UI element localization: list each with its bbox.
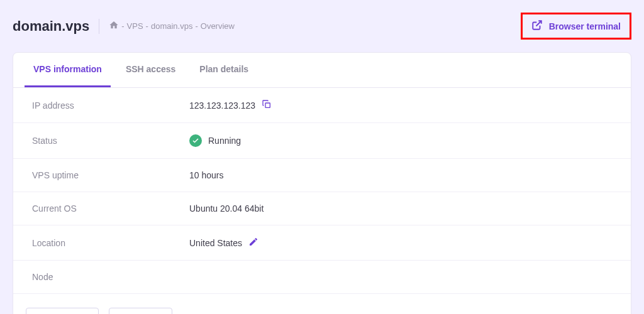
info-value: United States	[189, 237, 258, 249]
copy-icon[interactable]	[262, 99, 272, 111]
info-row-location: Location United States	[13, 225, 631, 261]
info-label: Location	[32, 238, 189, 248]
info-label: Status	[32, 136, 189, 146]
info-label: VPS uptime	[32, 170, 189, 180]
svg-rect-1	[265, 103, 270, 107]
home-icon	[109, 20, 119, 32]
tabs: VPS information SSH access Plan details	[13, 53, 631, 88]
page-header: domain.vps - VPS - domain.vps - Overview…	[13, 13, 631, 40]
breadcrumb-item: domain.vps	[151, 21, 192, 31]
tab-vps-information[interactable]: VPS information	[25, 53, 111, 87]
os-value: Ubuntu 20.04 64bit	[189, 203, 264, 214]
breadcrumb-sep: -	[146, 21, 148, 31]
breadcrumb-sep: -	[121, 21, 124, 31]
check-circle-icon	[189, 134, 202, 147]
info-value: Ubuntu 20.04 64bit	[189, 203, 264, 214]
info-row-status: Status Running	[13, 123, 631, 159]
status-value: Running	[208, 136, 241, 146]
vps-card: VPS information SSH access Plan details …	[13, 52, 631, 314]
breadcrumb-item: Overview	[201, 21, 235, 31]
info-label: IP address	[32, 100, 189, 111]
divider	[99, 19, 99, 34]
breadcrumb-sep: -	[195, 21, 197, 31]
breadcrumb-item: VPS	[127, 21, 143, 31]
info-value: 10 hours	[189, 170, 223, 180]
uptime-value: 10 hours	[189, 170, 223, 180]
external-link-icon	[531, 19, 543, 33]
tab-ssh-access[interactable]: SSH access	[117, 53, 184, 87]
header-left: domain.vps - VPS - domain.vps - Overview	[13, 18, 235, 35]
info-row-uptime: VPS uptime 10 hours	[13, 159, 631, 192]
info-row-ip: IP address 123.123.123.123	[13, 88, 631, 123]
reboot-button[interactable]: Reboot VPS	[26, 308, 99, 314]
browser-terminal-button[interactable]: Browser terminal	[521, 13, 631, 40]
info-value: Running	[189, 134, 241, 147]
info-value: 123.123.123.123	[189, 99, 272, 111]
ip-value: 123.123.123.123	[189, 100, 255, 111]
info-label: Node	[32, 272, 189, 282]
edit-icon[interactable]	[248, 237, 258, 249]
breadcrumb[interactable]: - VPS - domain.vps - Overview	[109, 20, 235, 32]
tab-plan-details[interactable]: Plan details	[191, 53, 257, 87]
info-row-node: Node	[13, 261, 631, 294]
svg-line-0	[536, 21, 541, 26]
stop-button[interactable]: Stop VPS	[109, 308, 172, 314]
info-label: Current OS	[32, 203, 189, 214]
footer-actions: Reboot VPS Stop VPS	[13, 294, 631, 314]
location-value: United States	[189, 238, 242, 248]
info-row-os: Current OS Ubuntu 20.04 64bit	[13, 192, 631, 225]
browser-terminal-label: Browser terminal	[549, 21, 621, 31]
page-title: domain.vps	[13, 18, 89, 35]
